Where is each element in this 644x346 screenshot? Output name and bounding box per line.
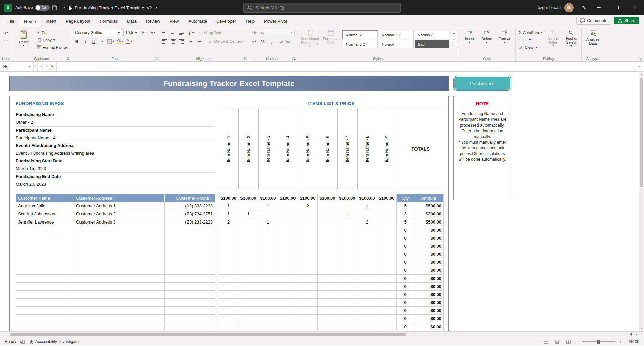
item-qty-cell[interactable] bbox=[238, 218, 258, 226]
cancel-icon[interactable]: × bbox=[40, 64, 43, 69]
restore-button[interactable] bbox=[608, 0, 626, 15]
scroll-down-arrow[interactable] bbox=[639, 326, 644, 331]
search-bar[interactable] bbox=[243, 3, 401, 13]
item-qty-cell[interactable] bbox=[377, 291, 397, 299]
decrease-font-button[interactable]: A bbox=[149, 29, 157, 36]
item-qty-cell[interactable] bbox=[298, 226, 318, 234]
autosave-toggle[interactable]: AutoSave Off bbox=[15, 5, 50, 11]
item-qty-cell[interactable] bbox=[238, 202, 258, 210]
decrease-decimal-button[interactable]: .00→ bbox=[285, 38, 293, 45]
style-cell[interactable]: Normal 3 bbox=[415, 31, 449, 39]
scroll-left-arrow[interactable] bbox=[630, 333, 632, 336]
item-qty-cell[interactable] bbox=[377, 266, 397, 275]
underline-button[interactable]: U bbox=[90, 38, 98, 45]
item-qty-cell[interactable] bbox=[337, 202, 357, 210]
customer-address-cell[interactable] bbox=[74, 283, 165, 291]
item-qty-cell[interactable] bbox=[298, 283, 318, 291]
customer-name-cell[interactable] bbox=[16, 234, 74, 242]
align-left-button[interactable] bbox=[161, 38, 168, 45]
qty-total-cell[interactable]: 0 bbox=[397, 283, 414, 291]
info-field-value[interactable]: Participant Name - 4 bbox=[16, 134, 215, 142]
qty-total-cell[interactable]: 0 bbox=[397, 234, 414, 242]
item-qty-cell[interactable] bbox=[377, 323, 397, 331]
customer-name-cell[interactable] bbox=[16, 291, 74, 299]
redo-button[interactable]: ↪ bbox=[2, 37, 10, 44]
item-qty-cell[interactable] bbox=[318, 242, 337, 250]
col-header-customer-name[interactable]: Customer Name bbox=[16, 194, 74, 202]
scroll-up-arrow[interactable] bbox=[639, 72, 644, 77]
italic-button[interactable]: I bbox=[82, 38, 89, 45]
item-qty-cell[interactable] bbox=[377, 250, 397, 258]
item-name-header[interactable]: Item Name - 7 bbox=[338, 109, 358, 189]
item-qty-cell[interactable] bbox=[357, 315, 377, 323]
item-qty-cell[interactable] bbox=[318, 299, 337, 307]
unit-price-cell[interactable]: $100,00 bbox=[357, 194, 377, 202]
customer-phone-cell[interactable] bbox=[165, 250, 215, 258]
font-size-select[interactable]: 10,5 bbox=[123, 29, 139, 36]
item-qty-cell[interactable] bbox=[238, 323, 258, 331]
qty-total-cell[interactable]: 0 bbox=[397, 258, 414, 266]
item-qty-cell[interactable] bbox=[258, 323, 278, 331]
item-qty-cell[interactable] bbox=[278, 315, 298, 323]
item-qty-cell[interactable] bbox=[238, 242, 258, 250]
item-qty-cell[interactable] bbox=[377, 218, 397, 226]
decrease-indent-button[interactable]: ⇤ bbox=[187, 38, 195, 45]
item-qty-cell[interactable] bbox=[278, 250, 298, 258]
customer-address-cell[interactable] bbox=[74, 299, 165, 307]
unit-price-cell[interactable]: $100,00 bbox=[238, 194, 258, 202]
item-qty-cell[interactable] bbox=[357, 299, 377, 307]
qty-total-cell[interactable]: 0 bbox=[397, 291, 414, 299]
customer-phone-cell[interactable] bbox=[165, 307, 215, 315]
item-qty-cell[interactable] bbox=[337, 283, 357, 291]
collapse-ribbon-button[interactable] bbox=[639, 57, 642, 60]
item-qty-cell[interactable] bbox=[337, 275, 357, 283]
item-qty-cell[interactable] bbox=[219, 266, 238, 275]
item-qty-cell[interactable] bbox=[318, 307, 337, 315]
sort-filter-button[interactable]: Sort & Filter bbox=[545, 29, 562, 48]
item-qty-cell[interactable] bbox=[298, 266, 318, 275]
item-qty-cell[interactable] bbox=[318, 315, 337, 323]
item-qty-cell[interactable] bbox=[258, 242, 278, 250]
page-layout-view-button[interactable] bbox=[553, 338, 561, 345]
unit-price-cell[interactable]: $100,00 bbox=[337, 194, 357, 202]
comma-style-button[interactable]: , bbox=[267, 38, 275, 45]
expand-formula-bar-button[interactable] bbox=[637, 62, 644, 71]
amount-cell[interactable]: $0,00 bbox=[414, 323, 444, 331]
autosum-button[interactable]: ΣAutoSum bbox=[517, 29, 544, 36]
number-dialog-launcher[interactable] bbox=[292, 57, 296, 61]
amount-cell[interactable]: $0,00 bbox=[414, 234, 444, 242]
item-qty-cell[interactable] bbox=[377, 258, 397, 266]
item-qty-cell[interactable] bbox=[258, 315, 278, 323]
item-qty-cell[interactable] bbox=[337, 266, 357, 275]
customer-phone-cell[interactable] bbox=[165, 242, 215, 250]
item-name-header[interactable]: Item Name - 8 bbox=[358, 109, 377, 189]
item-qty-cell[interactable]: 1 bbox=[357, 202, 377, 210]
pencil-edit-icon[interactable]: ✎ bbox=[578, 0, 590, 15]
item-qty-cell[interactable] bbox=[318, 275, 337, 283]
item-qty-cell[interactable]: 1 bbox=[337, 210, 357, 218]
item-qty-cell[interactable] bbox=[278, 283, 298, 291]
gallery-more-button[interactable] bbox=[451, 43, 457, 48]
format-as-table-button[interactable]: Format as Table bbox=[321, 29, 341, 48]
item-qty-cell[interactable] bbox=[219, 258, 238, 266]
align-right-button[interactable] bbox=[178, 38, 186, 45]
item-qty-cell[interactable] bbox=[337, 323, 357, 331]
col-header-customer-address[interactable]: Customer Address bbox=[74, 194, 165, 202]
item-qty-cell[interactable] bbox=[258, 250, 278, 258]
customer-name-cell[interactable] bbox=[16, 275, 74, 283]
item-qty-cell[interactable] bbox=[278, 218, 298, 226]
item-qty-cell[interactable] bbox=[357, 242, 377, 250]
amount-cell[interactable]: $500,00 bbox=[414, 202, 444, 210]
item-qty-cell[interactable] bbox=[337, 226, 357, 234]
item-qty-cell[interactable] bbox=[298, 234, 318, 242]
ribbon-tab-automate[interactable]: Automate bbox=[183, 16, 212, 27]
item-qty-cell[interactable] bbox=[258, 283, 278, 291]
item-qty-cell[interactable] bbox=[357, 258, 377, 266]
item-qty-cell[interactable] bbox=[238, 275, 258, 283]
item-qty-cell[interactable] bbox=[318, 323, 337, 331]
item-qty-cell[interactable] bbox=[318, 218, 337, 226]
item-qty-cell[interactable] bbox=[337, 218, 357, 226]
item-qty-cell[interactable]: 1 bbox=[258, 202, 278, 210]
enter-check-icon[interactable]: ✓ bbox=[45, 64, 49, 69]
item-qty-cell[interactable] bbox=[377, 299, 397, 307]
